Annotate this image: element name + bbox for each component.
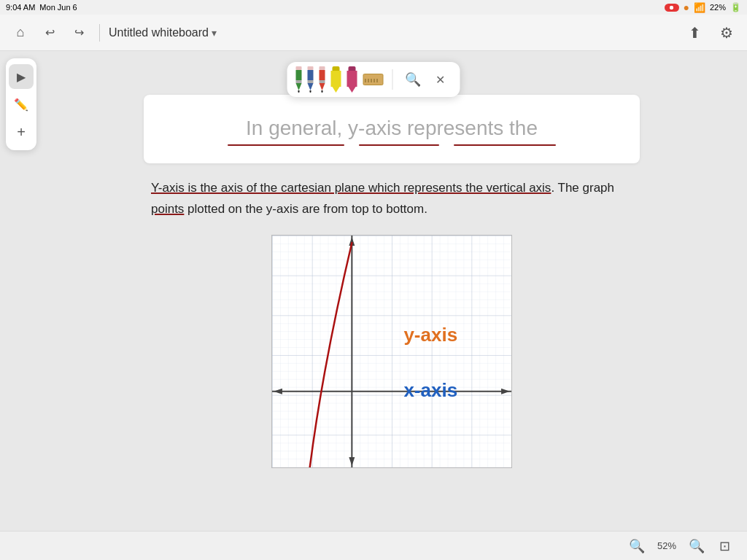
graph-container: y-axis x-axis <box>144 235 640 468</box>
nav-right: ⬆ ⚙ <box>683 21 738 44</box>
ruler-button[interactable] <box>363 66 384 93</box>
date-display: Mon Jun 6 <box>39 3 77 12</box>
content-area: In general, y-axis represents the Y-axis… <box>36 51 747 531</box>
heading-card: In general, y-axis represents the <box>144 95 640 163</box>
record-indicator <box>665 4 679 12</box>
heading-underlines <box>173 144 611 146</box>
toolbar-divider <box>392 69 393 90</box>
bottom-toolbar: 🔍 52% 🔍 ⊡ <box>0 531 747 560</box>
redo-button[interactable]: ↪ <box>67 21 90 44</box>
underline-3 <box>454 144 556 146</box>
magnify-icon: 🔍 <box>405 71 421 88</box>
heading-text: In general, y-axis represents the <box>173 117 611 140</box>
zoom-out-button[interactable]: 🔍 <box>626 535 648 557</box>
zoom-out-icon: 🔍 <box>629 538 645 554</box>
time-display: 9:04 AM <box>6 3 35 12</box>
green-pencil-button[interactable] <box>296 66 302 93</box>
pink-highlighter-button[interactable] <box>347 66 357 93</box>
zoom-search-button[interactable]: 🔍 <box>402 69 424 90</box>
nav-left: ⌂ ↩ ↪ Untitled whiteboard ▾ <box>9 21 217 44</box>
add-icon: + <box>17 124 26 141</box>
settings-icon: ⚙ <box>720 24 733 42</box>
battery-icon: 🔋 <box>730 2 741 12</box>
svg-rect-1 <box>272 236 511 467</box>
underline-2 <box>359 144 439 146</box>
y-axis-label: y-axis <box>403 324 457 346</box>
ruler-icon <box>363 74 384 85</box>
share-button[interactable]: ⬆ <box>683 21 706 44</box>
document-title: Untitled whiteboard <box>109 26 209 39</box>
description-text: Y-axis is the axis of the cartesian plan… <box>151 178 632 220</box>
whiteboard-content: In general, y-axis represents the Y-axis… <box>144 95 640 531</box>
document-title-area[interactable]: Untitled whiteboard ▾ <box>109 26 217 39</box>
battery-display: 22% <box>710 3 726 12</box>
x-axis-label: x-axis <box>403 379 457 402</box>
status-left: 9:04 AM Mon Jun 6 <box>6 3 77 12</box>
zoom-level-display: 52% <box>654 540 680 551</box>
desc-part-4: plotted on the y-axis are from top to bo… <box>184 202 427 216</box>
zoom-in-button[interactable]: 🔍 <box>686 535 708 557</box>
home-icon: ⌂ <box>17 25 25 40</box>
select-tool-button[interactable]: ▶ <box>9 64 34 89</box>
graph-svg <box>272 236 511 467</box>
nav-divider <box>99 24 100 42</box>
fit-screen-button[interactable]: ⊡ <box>713 535 735 557</box>
add-element-button[interactable]: + <box>9 120 34 144</box>
home-button[interactable]: ⌂ <box>9 21 32 44</box>
wifi-icon: 📶 <box>694 2 705 13</box>
desc-part-2: . The graph <box>551 181 614 195</box>
underline-1 <box>228 144 344 146</box>
color-toolbar: 🔍 ✕ <box>287 62 460 97</box>
settings-button[interactable]: ⚙ <box>715 21 738 44</box>
blue-pencil-button[interactable] <box>308 66 314 93</box>
title-chevron-icon: ▾ <box>212 27 217 39</box>
close-icon: ✕ <box>436 73 445 87</box>
share-icon: ⬆ <box>689 24 701 42</box>
left-toolbar: ▶ ✏️ + <box>6 58 36 150</box>
pen-tool-button[interactable]: ✏️ <box>9 92 34 117</box>
graph-box: y-axis x-axis <box>271 235 512 468</box>
undo-icon: ↩ <box>45 26 55 39</box>
select-icon: ▶ <box>17 70 26 84</box>
status-bar: 9:04 AM Mon Jun 6 ● 📶 22% 🔋 <box>0 0 747 15</box>
zoom-in-icon: 🔍 <box>689 538 705 554</box>
close-toolbar-button[interactable]: ✕ <box>430 69 452 90</box>
red-pencil-button[interactable] <box>320 66 325 93</box>
pen-icon: ✏️ <box>14 98 28 112</box>
desc-part-3: points <box>151 202 184 216</box>
description-section: Y-axis is the axis of the cartesian plan… <box>144 178 640 220</box>
undo-button[interactable]: ↩ <box>38 21 61 44</box>
yellow-highlighter-button[interactable] <box>331 66 341 93</box>
orange-dot: ● <box>684 1 689 13</box>
nav-bar: ⌂ ↩ ↪ Untitled whiteboard ▾ ⬆ ⚙ <box>0 15 747 51</box>
desc-part-1: Y-axis is the axis of the cartesian plan… <box>151 181 551 195</box>
fit-screen-icon: ⊡ <box>719 538 730 554</box>
redo-icon: ↪ <box>74 26 84 39</box>
status-right: ● 📶 22% 🔋 <box>665 1 742 13</box>
